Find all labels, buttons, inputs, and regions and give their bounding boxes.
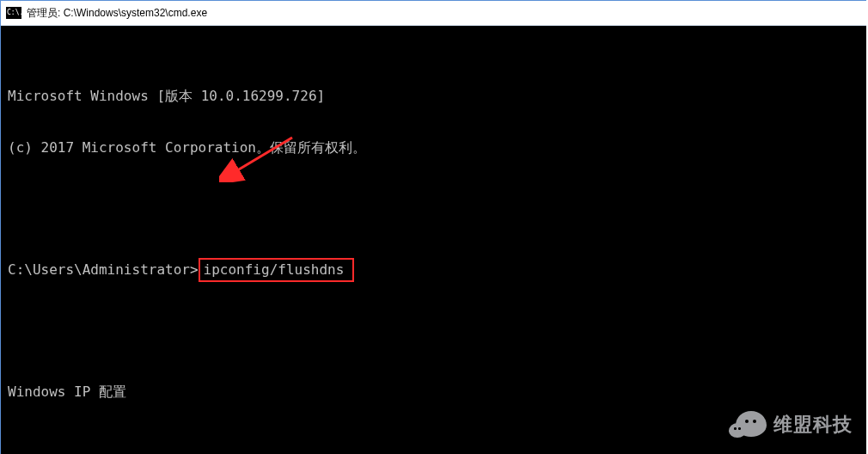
cmd-icon: C:\. [6,7,21,19]
ip-config-heading: Windows IP 配置 [8,383,859,401]
watermark-text: 维盟科技 [773,416,853,433]
watermark: 维盟科技 [729,408,853,442]
prompt-1: C:\Users\Administrator> [8,261,199,279]
command-text: ipconfig/flushdns [204,261,345,278]
blank-line [8,332,859,349]
terminal-area[interactable]: Microsoft Windows [版本 10.0.16299.726] (c… [1,26,866,454]
wechat-icon [729,408,770,442]
annotation-arrow [219,131,305,182]
titlebar[interactable]: C:\. 管理员: C:\Windows\system32\cmd.exe [1,0,866,26]
version-line: Microsoft Windows [版本 10.0.16299.726] [8,88,859,105]
blank-line [8,191,859,208]
copyright-line: (c) 2017 Microsoft Corporation。保留所有权利。 [8,139,859,156]
window-title: 管理员: C:\Windows\system32\cmd.exe [27,6,207,21]
prompt-line-1: C:\Users\Administrator>ipconfig/flushdns [8,260,859,280]
command-highlight-box: ipconfig/flushdns [199,258,355,282]
cmd-window: C:\. 管理员: C:\Windows\system32\cmd.exe Mi… [0,0,866,454]
